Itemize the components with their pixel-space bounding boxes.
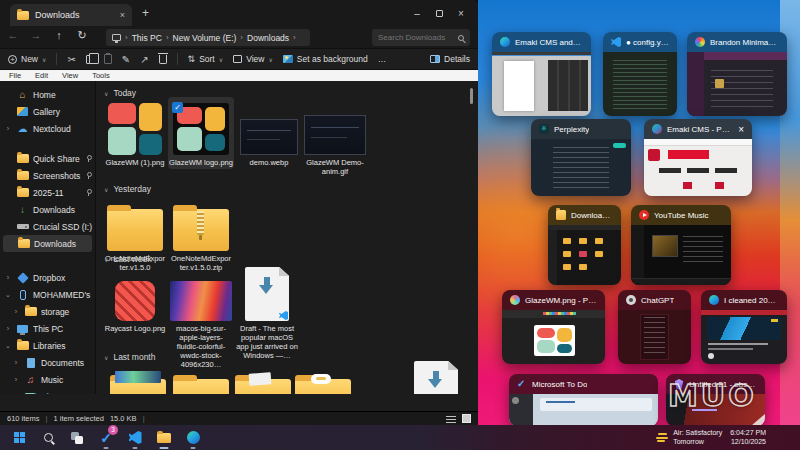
- breadcrumb[interactable]: › This PC › New Volume (E:) › Downloads …: [106, 29, 310, 46]
- view-button[interactable]: View ∨: [233, 54, 273, 64]
- copy-button[interactable]: [86, 55, 94, 64]
- file-raycast-logo-png[interactable]: Raycast Logo.png: [104, 265, 166, 333]
- cut-button[interactable]: ✂: [67, 54, 75, 65]
- folder-item[interactable]: [170, 365, 232, 394]
- taskbar-edge-button[interactable]: [182, 427, 204, 449]
- explorer-tab-downloads[interactable]: Downloads ×: [10, 4, 132, 26]
- date: 12/10/2025: [730, 438, 766, 447]
- group-header-yesterday[interactable]: ∨ Yesterday: [104, 184, 151, 194]
- taskview-window-emaki-cms[interactable]: Emaki CMS - Perso… ×: [644, 119, 752, 196]
- sidebar-item-phone[interactable]: ⌄ MOHAMMED's Z Fli: [0, 286, 95, 303]
- minimize-button[interactable]: –: [406, 8, 428, 19]
- breadcrumb-downloads[interactable]: Downloads: [247, 33, 289, 43]
- tab-close-icon[interactable]: ×: [120, 10, 125, 20]
- more-options-button[interactable]: …: [378, 54, 387, 64]
- taskview-window-vscode[interactable]: ● config.yaml - …: [603, 32, 677, 116]
- search-input[interactable]: [378, 33, 454, 42]
- taskbar-file-explorer-button[interactable]: [153, 427, 175, 449]
- sidebar-item-storage[interactable]: › storage: [0, 303, 95, 320]
- taskview-window-perplexity[interactable]: Perplexity: [531, 119, 631, 196]
- close-button[interactable]: ×: [450, 8, 472, 19]
- running-indicator: [191, 447, 196, 449]
- large-icons-view-toggle[interactable]: [462, 414, 471, 423]
- taskbar-search-button[interactable]: [37, 427, 59, 449]
- taskbar-to-do-button[interactable]: ✓ 3: [95, 427, 117, 449]
- details-view-toggle[interactable]: [446, 415, 456, 423]
- menu-tools[interactable]: Tools: [92, 71, 110, 80]
- sidebar-item-home[interactable]: ⌂ Home: [0, 86, 95, 103]
- new-tab-button[interactable]: +: [142, 6, 149, 20]
- sort-button[interactable]: ⇅ Sort ∨: [188, 54, 224, 64]
- sidebar-item-music[interactable]: ›♫ Music: [0, 371, 95, 388]
- maximize-button[interactable]: [428, 8, 450, 19]
- file-glazewm-1-png[interactable]: GlazeWM (1).png: [104, 99, 166, 167]
- breadcrumb-this-pc[interactable]: This PC: [132, 33, 162, 43]
- sidebar-item-nextcloud[interactable]: ›☁ Nextcloud: [0, 120, 95, 137]
- file-draft-document[interactable]: Draft - The most popular macOS app just …: [236, 265, 298, 360]
- sidebar-item-dropbox[interactable]: › Dropbox: [0, 269, 95, 286]
- emaki-site-icon: [652, 124, 662, 134]
- taskview-window-chat[interactable]: Brandon Miniman (DM)…: [687, 32, 787, 116]
- weather-widget[interactable]: Air: Satisfactory Tomorrow: [656, 429, 722, 446]
- sidebar-item-2025-11[interactable]: 2025-11: [0, 184, 95, 201]
- group-header-last-week[interactable]: ∨ Last week: [104, 254, 152, 264]
- folder-with-documents[interactable]: [232, 365, 294, 394]
- sidebar-item-downloads-selected[interactable]: Downloads: [3, 235, 92, 252]
- file-onenotemdexporter-zip[interactable]: OneNoteMdExporter.v1.5.0.zip: [170, 195, 232, 272]
- sidebar-item-gallery[interactable]: Gallery: [0, 103, 95, 120]
- taskbar-vscode-button[interactable]: [124, 427, 146, 449]
- sidebar-item-this-pc[interactable]: › This PC: [0, 320, 95, 337]
- refresh-button[interactable]: ↻: [75, 29, 89, 42]
- taskview-window-youtube-music[interactable]: YouTube Music: [631, 205, 731, 285]
- taskview-window-chatgpt[interactable]: ChatGPT: [618, 290, 691, 364]
- share-button[interactable]: ↗: [140, 54, 148, 65]
- sidebar-item-documents[interactable]: › Documents: [0, 354, 95, 371]
- taskview-window-paint[interactable]: GlazeWM.png - Paint: [502, 290, 605, 364]
- breadcrumb-new-volume[interactable]: New Volume (E:): [173, 33, 237, 43]
- sidebar-item-libraries[interactable]: ⌄ Libraries: [0, 337, 95, 354]
- up-button[interactable]: ↑: [52, 29, 66, 42]
- group-header-today[interactable]: ∨ Today: [104, 88, 136, 98]
- explorer-titlebar[interactable]: Downloads × + – ×: [0, 0, 478, 26]
- back-button[interactable]: ←: [6, 29, 20, 42]
- menu-edit[interactable]: Edit: [35, 71, 48, 80]
- file-usb-drive[interactable]: [350, 365, 396, 394]
- paste-button[interactable]: [104, 54, 112, 64]
- folder-with-images[interactable]: [107, 365, 169, 394]
- taskview-window-file-explorer[interactable]: Downloads - Fi…: [548, 205, 621, 285]
- file-demo-webp[interactable]: demo.webp: [238, 99, 300, 167]
- menu-file[interactable]: File: [9, 71, 21, 80]
- selected-checkbox[interactable]: ✓: [172, 102, 183, 113]
- start-button[interactable]: [8, 427, 30, 449]
- task-view-button[interactable]: [66, 427, 88, 449]
- group-header-last-month[interactable]: ∨ Last month: [104, 352, 155, 362]
- file-glazewm-logo-png-selected[interactable]: ✓ GlazeWM logo.png: [168, 97, 234, 169]
- folder-with-game[interactable]: [292, 365, 354, 394]
- file-document-download[interactable]: [414, 359, 458, 394]
- rename-button[interactable]: ✎: [122, 54, 130, 65]
- taskview-window-to-do[interactable]: ✓ Microsoft To Do: [509, 374, 658, 425]
- caret-icon: ∨: [268, 56, 272, 63]
- file-glazewm-demo-anim-gif[interactable]: GlazeWM Demo-anim.gif: [304, 99, 366, 176]
- sidebar-item-screenshots[interactable]: Screenshots: [0, 167, 95, 184]
- menu-bar: File Edit View Tools: [0, 70, 478, 81]
- menu-view[interactable]: View: [62, 71, 78, 80]
- taskview-window-article[interactable]: I cleaned 200G…: [701, 290, 787, 364]
- forward-button[interactable]: →: [29, 29, 43, 42]
- new-button[interactable]: + New ∨: [8, 54, 46, 64]
- taskview-window-edge-group[interactable]: Emaki CMS and 7 more…: [492, 32, 591, 116]
- close-window-icon[interactable]: ×: [738, 124, 744, 135]
- clock[interactable]: 6:04:27 PM 12/10/2025: [730, 429, 766, 446]
- window-thumbnail: [548, 225, 621, 285]
- delete-button[interactable]: [159, 55, 167, 64]
- set-as-background-button[interactable]: Set as background: [283, 54, 368, 64]
- search-box[interactable]: [372, 29, 470, 46]
- scrollbar[interactable]: [470, 88, 473, 104]
- sidebar-item-crucial-ssd[interactable]: Crucial SSD (I:): [0, 218, 95, 235]
- sidebar-item-pictures[interactable]: › Pictures: [0, 388, 95, 394]
- sidebar-item-quick-share[interactable]: Quick Share: [0, 150, 95, 167]
- details-button[interactable]: Details: [430, 54, 470, 64]
- sidebar-item-downloads-pinned[interactable]: ↓ Downloads: [0, 201, 95, 218]
- file-macos-wallpaper[interactable]: macos-big-sur-apple-layers-fluidic-color…: [170, 265, 232, 369]
- sort-icon: ⇅: [188, 54, 196, 64]
